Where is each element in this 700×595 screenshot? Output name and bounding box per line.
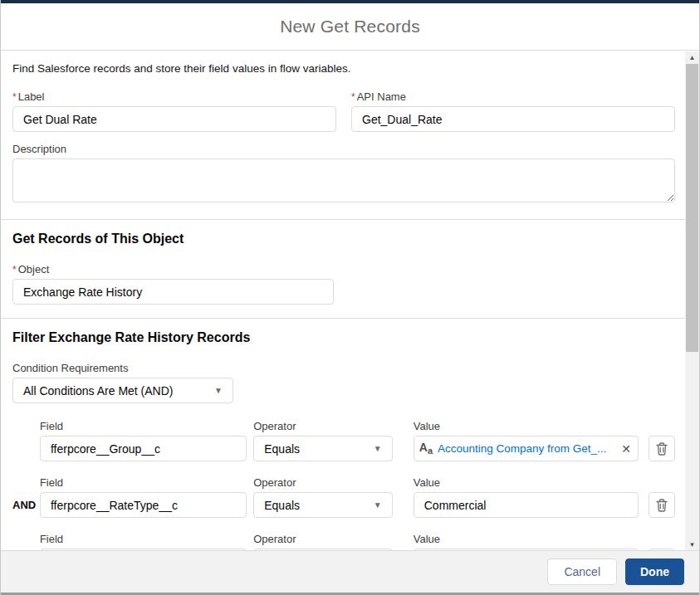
modal-body: Find Salesforce records and store their … xyxy=(1,51,700,550)
scroll-down-button[interactable]: ▼ xyxy=(685,539,699,550)
filter-row: Field Operator Equals ▼ Value Aa Account… xyxy=(12,420,675,461)
filter-section-heading: Filter Exchange Rate History Records xyxy=(12,330,675,345)
modal-title: New Get Records xyxy=(280,17,420,37)
field-column-label: Field xyxy=(40,420,247,432)
field-column-label: Field xyxy=(40,476,247,489)
object-section-heading: Get Records of This Object xyxy=(12,232,675,246)
text-type-icon: Aa xyxy=(419,441,433,456)
operator-select[interactable]: Equals ▼ xyxy=(253,492,393,518)
chevron-down-icon: ▼ xyxy=(374,444,382,453)
required-asterisk: * xyxy=(351,91,355,103)
filter-field-input[interactable] xyxy=(40,436,247,461)
object-input[interactable] xyxy=(12,279,334,305)
modal-footer: Cancel Done xyxy=(1,550,699,593)
required-asterisk: * xyxy=(12,264,17,276)
label-input[interactable] xyxy=(12,106,336,132)
section-divider xyxy=(1,318,700,319)
chevron-down-icon: ▼ xyxy=(214,386,223,395)
trash-icon xyxy=(656,499,668,512)
value-column-label: Value xyxy=(414,476,639,489)
condition-requirements-select[interactable]: All Conditions Are Met (AND) ▼ xyxy=(12,378,233,403)
condition-requirements-label: Condition Requirements xyxy=(12,362,675,374)
chevron-down-icon: ▼ xyxy=(374,500,382,510)
and-spacer xyxy=(12,455,40,461)
operator-column-label: Operator xyxy=(253,533,393,545)
scrollbar-thumb[interactable] xyxy=(686,64,698,352)
value-resource-pill[interactable]: Aa Accounting Company from Get_... ✕ xyxy=(414,436,639,461)
operator-column-label: Operator xyxy=(253,420,393,432)
api-name-input[interactable] xyxy=(351,106,675,132)
operator-select[interactable]: Equals ▼ xyxy=(253,436,393,461)
delete-condition-button[interactable] xyxy=(649,436,675,461)
api-name-field-label: *API Name xyxy=(351,90,675,103)
new-get-records-modal: New Get Records Find Salesforce records … xyxy=(0,0,700,595)
scroll-up-button[interactable]: ▲ xyxy=(685,51,699,63)
filter-row: AND Field Operator Equals ▼ Value xyxy=(12,476,675,518)
description-textarea[interactable] xyxy=(12,159,675,202)
delete-condition-button[interactable] xyxy=(649,492,675,518)
value-input[interactable] xyxy=(414,492,639,518)
label-field-label: *Label xyxy=(12,90,336,103)
section-divider xyxy=(1,219,700,220)
resource-link[interactable]: Accounting Company from Get_... xyxy=(438,442,616,455)
trash-icon xyxy=(656,442,668,456)
operator-column-label: Operator xyxy=(253,476,393,489)
value-column-label: Value xyxy=(414,533,639,545)
and-connector-label: AND xyxy=(12,499,40,518)
clear-value-icon[interactable]: ✕ xyxy=(621,443,631,455)
intro-text: Find Salesforce records and store their … xyxy=(12,62,675,75)
value-column-label: Value xyxy=(414,420,639,432)
condition-requirements-value: All Conditions Are Met (AND) xyxy=(23,384,174,397)
modal-header: New Get Records xyxy=(1,3,699,51)
description-field-label: Description xyxy=(12,143,675,155)
filter-field-input[interactable] xyxy=(40,492,247,518)
required-asterisk: * xyxy=(12,91,17,103)
vertical-scrollbar[interactable]: ▲ ▼ xyxy=(685,51,699,550)
filter-row: AND Field Operator Equals ▼ Value Aa xyxy=(12,533,675,550)
done-button[interactable]: Done xyxy=(625,558,684,585)
object-field-label: *Object xyxy=(12,263,334,276)
cancel-button[interactable]: Cancel xyxy=(547,558,617,585)
field-column-label: Field xyxy=(40,533,247,545)
